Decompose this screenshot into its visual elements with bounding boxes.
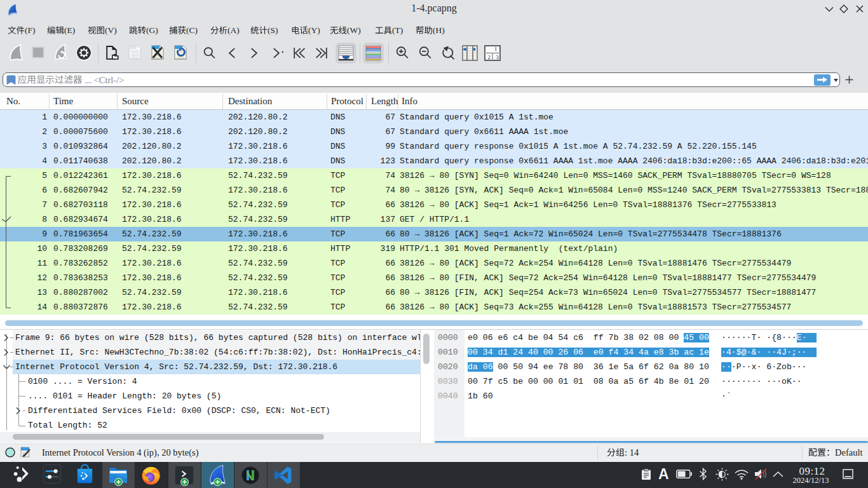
svg-text:3: 3 bbox=[496, 54, 499, 60]
svg-text:2: 2 bbox=[488, 54, 491, 60]
svg-text:1: 1 bbox=[494, 46, 497, 52]
svg-text:0111: 0111 bbox=[177, 56, 185, 60]
svg-text:0111: 0111 bbox=[132, 56, 139, 60]
